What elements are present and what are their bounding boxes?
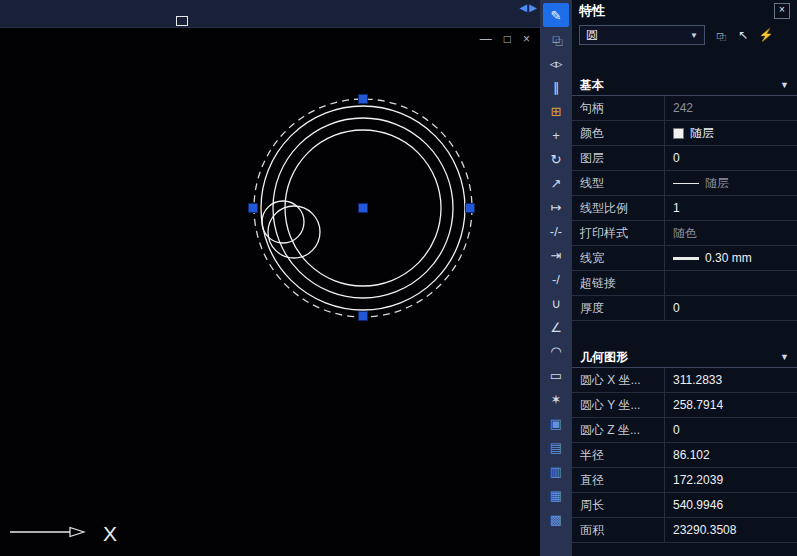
mdi-window-controls: — □ × — [480, 32, 530, 46]
fillet-icon[interactable]: ◠ — [543, 339, 569, 363]
property-value[interactable]: 0.30 mm — [664, 246, 797, 270]
property-row: 周长540.9946 — [572, 493, 797, 518]
scale-icon[interactable]: ↗ — [543, 171, 569, 195]
offset-icon[interactable]: ∥ — [543, 75, 569, 99]
restore-icon[interactable]: □ — [504, 32, 511, 46]
draw-order-back-icon[interactable]: ▤ — [543, 435, 569, 459]
panel-sections: 基本▼句柄242颜色随层图层0线型随层线型比例1打印样式随色线宽0.30 mm超… — [572, 75, 797, 543]
section-title: 几何图形 — [580, 349, 628, 366]
property-value[interactable]: 311.2833 — [664, 368, 797, 392]
property-value[interactable] — [664, 271, 797, 295]
quick-select-icon[interactable]: ⚡ — [756, 26, 776, 44]
color-swatch — [673, 128, 684, 139]
property-value[interactable]: 242 — [664, 96, 797, 120]
section-header[interactable]: 基本▼ — [572, 75, 797, 96]
property-value[interactable]: 0 — [664, 296, 797, 320]
property-value[interactable]: 540.9946 — [664, 493, 797, 517]
line-sample — [673, 183, 699, 184]
property-value[interactable]: 随色 — [664, 221, 797, 245]
property-label: 面积 — [572, 518, 664, 542]
explode-icon[interactable]: ✶ — [543, 387, 569, 411]
value-text: 0.30 mm — [705, 251, 752, 265]
property-label: 线宽 — [572, 246, 664, 270]
dock-arrows: ◀ ▶ — [520, 2, 537, 13]
draw-order-annotation-icon[interactable]: ▩ — [543, 507, 569, 531]
draw-order-above-icon[interactable]: ▥ — [543, 459, 569, 483]
rotate-icon[interactable]: ↻ — [543, 147, 569, 171]
property-row: 颜色随层 — [572, 121, 797, 146]
value-text: 540.9946 — [673, 498, 723, 512]
ucs-icon: X — [10, 522, 117, 545]
property-value[interactable]: 172.2039 — [664, 468, 797, 492]
value-text: 86.102 — [673, 448, 710, 462]
dock-right-icon[interactable]: ▶ — [529, 2, 537, 13]
object-type-dropdown[interactable]: 圆 ▼ — [579, 25, 705, 45]
ucs-x-label: X — [103, 522, 117, 545]
break-icon[interactable]: ∪ — [543, 291, 569, 315]
property-label: 打印样式 — [572, 221, 664, 245]
mirror-icon[interactable]: ◃▹ — [543, 51, 569, 75]
chevron-down-icon: ▼ — [690, 31, 698, 40]
select-objects-icon[interactable]: ↖ — [733, 26, 753, 44]
value-text: 242 — [673, 101, 693, 115]
property-row: 圆心 Y 坐...258.7914 — [572, 393, 797, 418]
property-value[interactable]: 0 — [664, 146, 797, 170]
property-row: 厚度0 — [572, 296, 797, 321]
copy-icon[interactable]: □ — [543, 27, 569, 51]
property-value[interactable]: 86.102 — [664, 443, 797, 467]
pickadd-toggle-icon[interactable]: □ — [710, 26, 730, 44]
property-value[interactable]: 随层 — [664, 121, 797, 145]
property-row: 超链接 — [572, 271, 797, 296]
modify-toolbar: ✎□◃▹∥⊞+↻↗↦-/-⇥-/∪∠◠▭✶▣▤▥▦▩ — [540, 0, 572, 556]
grip-handle[interactable] — [359, 204, 368, 213]
stretch-icon[interactable]: ↦ — [543, 195, 569, 219]
match-properties-icon[interactable]: ✎ — [543, 3, 569, 27]
properties-panel-header: 特性 × — [572, 0, 797, 22]
panel-section: 基本▼句柄242颜色随层图层0线型随层线型比例1打印样式随色线宽0.30 mm超… — [572, 75, 797, 321]
property-row: 线型随层 — [572, 171, 797, 196]
property-row: 半径86.102 — [572, 443, 797, 468]
draw-order-below-icon[interactable]: ▦ — [543, 483, 569, 507]
property-row: 图层0 — [572, 146, 797, 171]
properties-panel: 特性 × 圆 ▼ □↖⚡ 基本▼句柄242颜色随层图层0线型随层线型比例1打印样… — [572, 0, 797, 556]
property-value[interactable]: 23290.3508 — [664, 518, 797, 542]
array-icon[interactable]: ⊞ — [543, 99, 569, 123]
dock-left-icon[interactable]: ◀ — [520, 2, 528, 13]
value-text: 311.2833 — [673, 373, 722, 387]
property-label: 颜色 — [572, 121, 664, 145]
collapse-chevron-icon[interactable]: ▼ — [780, 80, 789, 90]
grip-handle[interactable] — [249, 204, 258, 213]
break-at-point-icon[interactable]: -/ — [543, 267, 569, 291]
draw-order-front-icon[interactable]: ▣ — [543, 411, 569, 435]
extend-icon[interactable]: ⇥ — [543, 243, 569, 267]
property-value[interactable]: 258.7914 — [664, 393, 797, 417]
grip-handle[interactable] — [359, 312, 368, 321]
toolbar-drag-handle[interactable] — [176, 16, 188, 26]
chamfer-icon[interactable]: ∠ — [543, 315, 569, 339]
panel-section: 几何图形▼圆心 X 坐...311.2833圆心 Y 坐...258.7914圆… — [572, 347, 797, 543]
close-icon[interactable]: × — [523, 32, 530, 46]
property-value[interactable]: 0 — [664, 418, 797, 442]
property-value[interactable]: 1 — [664, 196, 797, 220]
panel-tool-buttons: □↖⚡ — [710, 26, 776, 44]
panel-close-icon[interactable]: × — [774, 3, 790, 19]
property-row: 圆心 X 坐...311.2833 — [572, 368, 797, 393]
collapse-chevron-icon[interactable]: ▼ — [780, 352, 789, 362]
drawing-canvas[interactable]: X — □ × — [0, 28, 540, 556]
minimize-icon[interactable]: — — [480, 32, 492, 46]
property-label: 厚度 — [572, 296, 664, 320]
property-label: 圆心 Y 坐... — [572, 393, 664, 417]
property-value[interactable]: 随层 — [664, 171, 797, 195]
rectangle-icon[interactable]: ▭ — [543, 363, 569, 387]
grip-handle[interactable] — [359, 95, 368, 104]
property-label: 圆心 Z 坐... — [572, 418, 664, 442]
value-text: 随层 — [705, 175, 729, 192]
property-label: 图层 — [572, 146, 664, 170]
value-text: 0 — [673, 301, 680, 315]
grip-handle[interactable] — [466, 204, 475, 213]
value-text: 172.2039 — [673, 473, 723, 487]
trim-icon[interactable]: -/- — [543, 219, 569, 243]
panel-title: 特性 — [579, 2, 605, 20]
move-icon[interactable]: + — [543, 123, 569, 147]
section-header[interactable]: 几何图形▼ — [572, 347, 797, 368]
